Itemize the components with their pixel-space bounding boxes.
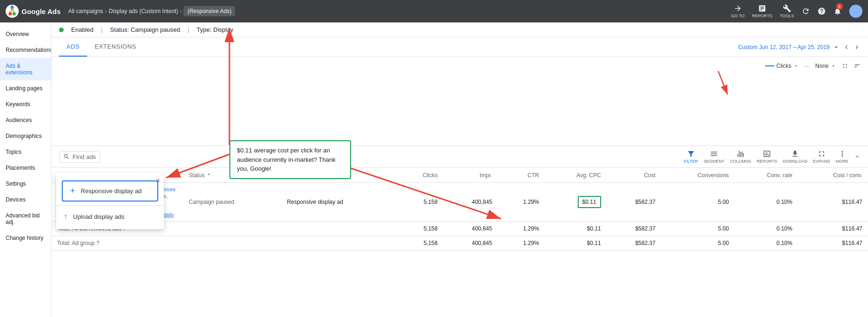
- total-2-cost-conv: $116.47: [798, 236, 868, 251]
- legend-dash: —: [804, 63, 809, 69]
- search-ads-box[interactable]: Find ads: [59, 151, 100, 163]
- chart-area: Clicks — None: [51, 57, 868, 146]
- adjust-columns-icon: [854, 63, 861, 69]
- reports-nav-button[interactable]: REPORTS: [752, 4, 772, 18]
- campaign-type: Type: Display: [197, 26, 233, 33]
- none-dropdown-icon[interactable]: [831, 63, 836, 69]
- avatar[interactable]: [849, 5, 862, 18]
- goto-button[interactable]: GO TO: [731, 4, 745, 18]
- th-conversions[interactable]: Conversions: [661, 168, 735, 183]
- campaign-status: Status: Campaign paused: [110, 26, 180, 33]
- expand-table-icon: [817, 150, 826, 158]
- row-clicks-value: 5,158: [424, 199, 438, 205]
- breadcrumb-all-campaigns[interactable]: All campaigns: [68, 8, 103, 14]
- top-navigation: Google Ads All campaigns › Display ads (…: [0, 0, 868, 22]
- reports-button[interactable]: REPORTS: [757, 150, 777, 164]
- columns-button[interactable]: COLUMNS: [730, 150, 751, 164]
- th-avg-cpc[interactable]: Avg. CPC: [544, 168, 606, 183]
- sidebar-item-placements[interactable]: Placements: [0, 160, 51, 176]
- total-1-ctr: 1.29%: [498, 222, 544, 236]
- sidebar-item-audiences[interactable]: Audiences: [0, 112, 51, 128]
- sidebar-item-recommendations[interactable]: Recommendations: [0, 42, 51, 58]
- annotation-text: $0.11 average cost per click for an audi…: [237, 147, 336, 172]
- help-button[interactable]: [817, 7, 826, 15]
- performance-chart: 3,000 1,500 0 Jun 2017 Apr 2019: [59, 73, 861, 138]
- total-2-label: Total: Ad group: [57, 240, 95, 246]
- scroll-up-icon[interactable]: [854, 153, 861, 160]
- sidebar-item-demographics[interactable]: Demographics: [0, 128, 51, 144]
- row-clicks-cell: 5,158: [398, 183, 443, 222]
- columns-icon: [736, 150, 745, 158]
- tab-extensions[interactable]: EXTENSIONS: [87, 37, 144, 57]
- svg-point-1: [8, 12, 12, 15]
- svg-point-3: [11, 6, 14, 9]
- refresh-button[interactable]: [802, 7, 810, 15]
- total-2-help-icon[interactable]: ?: [96, 240, 99, 246]
- download-button[interactable]: DOWNLOAD: [783, 150, 808, 164]
- refresh-icon: [802, 7, 810, 15]
- chart-legend-clicks[interactable]: Clicks: [765, 63, 799, 69]
- row-impr-cell: 400,845: [443, 183, 498, 222]
- sidebar-item-devices[interactable]: Devices: [0, 192, 51, 208]
- notifications-button[interactable]: 1: [833, 7, 842, 15]
- chevron-left-icon[interactable]: [843, 43, 850, 51]
- sidebar-item-landing-pages[interactable]: Landing pages: [0, 80, 51, 96]
- add-ad-menu: × + Responsive display ad ↑ Upload displ…: [56, 173, 164, 229]
- add-ad-close-button[interactable]: ×: [156, 177, 160, 185]
- th-impr[interactable]: Impr.: [443, 168, 498, 183]
- chart-expand-button[interactable]: [842, 63, 848, 69]
- sidebar-item-change-history[interactable]: Change history: [0, 230, 51, 246]
- chevron-right-icon[interactable]: [853, 43, 861, 51]
- tab-ads[interactable]: ADS: [59, 37, 87, 57]
- total-2-impr: 400,845: [443, 236, 498, 251]
- status-dot-enabled: [59, 28, 64, 32]
- th-cost[interactable]: Cost: [607, 168, 661, 183]
- add-responsive-display-ad-button[interactable]: + Responsive display ad: [62, 180, 158, 202]
- sidebar-item-keywords[interactable]: Keywords: [0, 96, 51, 112]
- segment-button[interactable]: SEGMENT: [704, 150, 725, 164]
- th-conv-rate[interactable]: Conv. rate: [735, 168, 798, 183]
- tools-nav-button[interactable]: TOOLS: [780, 4, 794, 18]
- filter-button[interactable]: FILTER: [684, 150, 698, 164]
- sidebar-item-topics[interactable]: Topics: [0, 144, 51, 160]
- more-icon: [838, 150, 846, 158]
- upload-display-ads-button[interactable]: ↑ Upload display ads: [56, 208, 164, 225]
- sidebar-item-ads-extensions[interactable]: Ads & extensions: [0, 58, 51, 80]
- total-1-cost-conv: $116.47: [798, 222, 868, 236]
- more-options-button[interactable]: MORE: [836, 150, 848, 164]
- th-clicks[interactable]: Clicks: [398, 168, 443, 183]
- clicks-legend-label: Clicks: [776, 63, 791, 69]
- search-icon: [63, 153, 70, 160]
- sidebar-item-advanced-bid[interactable]: Advanced bid adj.: [0, 208, 51, 230]
- columns-adjust-button[interactable]: [854, 63, 861, 69]
- total-2-avg-cpc: $0.11: [544, 236, 606, 251]
- breadcrumb-display-ads[interactable]: Display ads (Custom Intent): [109, 8, 178, 14]
- th-ctr[interactable]: CTR: [498, 168, 544, 183]
- clicks-dropdown-icon[interactable]: [793, 63, 799, 69]
- chart-legend-none[interactable]: None: [815, 63, 836, 69]
- total-1-ad-type: [281, 222, 398, 236]
- segment-icon: [710, 150, 718, 158]
- th-cost-conv[interactable]: Cost / conv.: [798, 168, 868, 183]
- search-ads-placeholder: Find ads: [73, 153, 96, 160]
- sidebar-item-settings[interactable]: Settings: [0, 176, 51, 192]
- sidebar-item-overview[interactable]: Overview: [0, 26, 51, 42]
- total-1-impr: 400,845: [443, 222, 498, 236]
- row-conv-rate-cell: 0.10%: [735, 183, 798, 222]
- row-cost-cell: $582.37: [607, 183, 661, 222]
- data-table-container: Status Ad type Clicks Impr. CTR Avg. CPC…: [51, 168, 868, 251]
- tools-icon: [783, 4, 791, 13]
- clicks-line-indicator: [765, 65, 774, 66]
- reports-table-icon: [763, 150, 771, 158]
- breadcrumb-responsive-ads: (Responsive Ads): [184, 6, 235, 16]
- responsive-display-ad-label: Responsive display ad: [81, 187, 142, 195]
- expand-table-button[interactable]: EXPAND: [813, 150, 830, 164]
- total-2-ctr: 1.29%: [498, 236, 544, 251]
- ads-table: Status Ad type Clicks Impr. CTR Avg. CPC…: [51, 168, 868, 251]
- row-cost-conv-cell: $116.47: [798, 183, 868, 222]
- goto-icon: [734, 4, 742, 13]
- date-range-selector[interactable]: Custom Jun 12, 2017 – Apr 25, 2019: [738, 43, 861, 51]
- svg-point-2: [13, 12, 16, 15]
- annotation-box: $0.11 average cost per click for an audi…: [229, 140, 351, 179]
- main-content: Enabled | Status: Campaign paused | Type…: [51, 22, 868, 317]
